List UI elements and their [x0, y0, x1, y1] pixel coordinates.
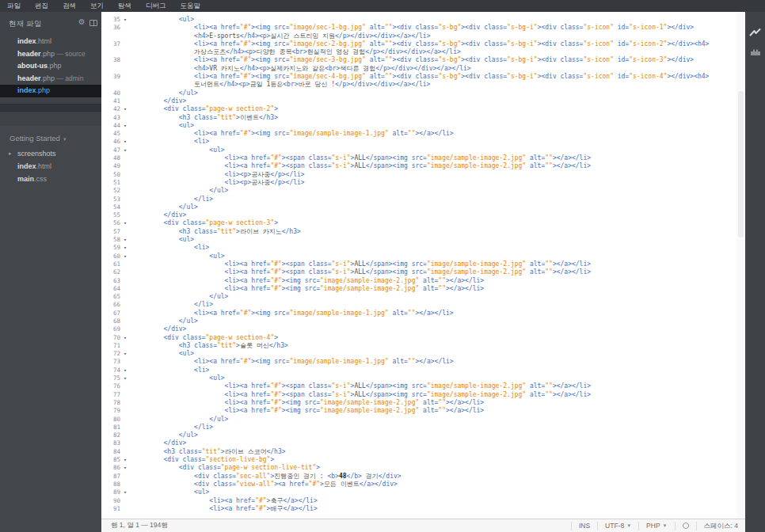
- fold-arrow-icon[interactable]: ▾: [120, 456, 133, 464]
- fold-arrow-icon[interactable]: ▾: [120, 464, 133, 472]
- code-line[interactable]: 63 <li><a href="#"><img src="image/sampl…: [101, 277, 736, 285]
- code-line[interactable]: 79 <li><a href="#"><img src="image/sampl…: [101, 407, 736, 415]
- project-header[interactable]: Getting Started▾: [0, 126, 101, 147]
- code-line[interactable]: 72▾ <ul>: [101, 350, 736, 358]
- code-line[interactable]: 36 <li><a href="#"><img src="image/sec-1…: [101, 24, 736, 32]
- code-line[interactable]: 56▾ <div class="page-w section-3">: [101, 219, 736, 227]
- code-line[interactable]: 89▾ <ul>: [101, 488, 736, 496]
- code-line[interactable]: 44▾ <ul>: [101, 122, 736, 130]
- code-line[interactable]: 토너먼트</h4><p>금일 1등은<br>바로 당신 !</p></div><…: [101, 81, 736, 89]
- fold-arrow-icon[interactable]: ▾: [120, 138, 133, 146]
- scrollbar-thumb[interactable]: [738, 91, 744, 238]
- fold-arrow-icon[interactable]: ▾: [120, 236, 133, 244]
- split-view-icon[interactable]: [89, 20, 97, 26]
- vertical-scrollbar[interactable]: [736, 12, 745, 519]
- code-line[interactable]: 69 </div>: [101, 325, 736, 333]
- code-line[interactable]: 71 <h3 class="tit">슬롯 머신</h3>: [101, 342, 736, 350]
- code-line[interactable]: 58▾ <ul>: [101, 236, 736, 244]
- code-line[interactable]: 46▾ <li>: [101, 138, 736, 146]
- code-line[interactable]: 가상스포츠</h4><p>다양한 종목<br>현실적인 영상 경험</p></d…: [101, 48, 736, 56]
- working-file[interactable]: header.php — source: [0, 48, 101, 61]
- code-editor[interactable]: 35▾ <ul>36 <li><a href="#"><img src="ima…: [101, 12, 736, 519]
- code-line[interactable]: 80 </ul>: [101, 416, 736, 424]
- menu-item[interactable]: 파일: [0, 0, 28, 12]
- code-line[interactable]: 62 <li><a href="#"><span class="s-i">ALL…: [101, 268, 736, 276]
- code-line[interactable]: 87 <div class="sec-all">진행중인 경기 : <b>48<…: [101, 473, 736, 481]
- code-line[interactable]: 55 </div>: [101, 211, 736, 219]
- code-line[interactable]: 65 </ul>: [101, 293, 736, 301]
- tree-file[interactable]: index.html: [0, 160, 101, 173]
- fold-arrow-icon[interactable]: ▾: [120, 122, 133, 130]
- code-line[interactable]: 78 <li><a href="#"><img src="image/sampl…: [101, 399, 736, 407]
- code-line[interactable]: 51 <li><p>공사중</p></li>: [101, 179, 736, 187]
- code-line[interactable]: 70▾ <div class="page-w section-4">: [101, 334, 736, 342]
- code-line[interactable]: 61 <li><a href="#"><span class="s-i">ALL…: [101, 260, 736, 268]
- fold-arrow-icon[interactable]: ▾: [120, 367, 133, 374]
- menu-item[interactable]: 검색: [55, 0, 83, 12]
- indent-setting[interactable]: 스페이스: 4: [696, 522, 745, 530]
- code-line[interactable]: 39 <li><a href="#"><img src="image/sec-4…: [101, 73, 736, 81]
- code-line[interactable]: 86▾ <div class="page-w section-live-tit"…: [101, 464, 736, 472]
- code-line[interactable]: 43 <h3 class="tit">이벤트</h3>: [101, 114, 736, 122]
- code-line[interactable]: 48 <li><a href="#"><span class="s-i">ALL…: [101, 154, 736, 162]
- language-select[interactable]: PHP▼: [638, 522, 674, 530]
- code-line[interactable]: 74▾ <li>: [101, 367, 736, 374]
- fold-arrow-icon[interactable]: ▾: [120, 219, 133, 227]
- code-line[interactable]: 83 </div>: [101, 439, 736, 447]
- code-line[interactable]: 38 <li><a href="#"><img src="image/sec-3…: [101, 56, 736, 64]
- menu-item[interactable]: 편집: [28, 0, 55, 12]
- code-line[interactable]: 37 <li><a href="#"><img src="image/sec-2…: [101, 40, 736, 48]
- working-file[interactable]: index.html: [0, 36, 101, 48]
- code-line[interactable]: 73 <li><a href="#"><img src="image/sampl…: [101, 358, 736, 366]
- extension-manager-brick-icon[interactable]: [745, 42, 765, 61]
- menu-item[interactable]: 탐색: [111, 0, 139, 12]
- code-line[interactable]: 90 <li><a href="#">축구</a></li>: [101, 497, 736, 505]
- fold-arrow-icon[interactable]: ▾: [120, 334, 133, 342]
- code-line[interactable]: 59▾ <li>: [101, 244, 736, 252]
- code-line[interactable]: <h4>VR 카지노</h4><p>실제카지노와 같은<br>색다른 경험</p…: [101, 65, 736, 73]
- code-line[interactable]: 82 </ul>: [101, 431, 736, 439]
- fold-arrow-icon[interactable]: ▾: [120, 374, 133, 382]
- menu-item[interactable]: 디버그: [139, 0, 173, 12]
- fold-arrow-icon[interactable]: ▾: [120, 105, 133, 113]
- menu-item[interactable]: 보기: [83, 0, 111, 12]
- code-line[interactable]: 40 </ul>: [101, 89, 736, 97]
- code-line[interactable]: 35▾ <ul>: [101, 16, 736, 24]
- code-line[interactable]: 68 </ul>: [101, 317, 736, 325]
- fold-arrow-icon[interactable]: ▾: [120, 16, 133, 24]
- code-line[interactable]: 84 <h3 class="tit">라이브 스코어</h3>: [101, 448, 736, 456]
- working-file[interactable]: header.php — admin: [0, 73, 101, 86]
- code-line[interactable]: 54 </ul>: [101, 203, 736, 211]
- code-line[interactable]: <h4>E-sports</h4><p>실시간 스트리밍 지원</p></div…: [101, 32, 736, 40]
- code-line[interactable]: 81 </li>: [101, 424, 736, 431]
- code-line[interactable]: 67 <li><a href="#"><img src="image/sampl…: [101, 310, 736, 317]
- code-line[interactable]: 57 <h3 class="tit">라이브 카지노</h3>: [101, 228, 736, 236]
- fold-arrow-icon[interactable]: ▾: [120, 488, 133, 496]
- insert-mode-indicator[interactable]: INS: [571, 522, 597, 530]
- code-line[interactable]: 91 <li><a href="#">배구</a></li>: [101, 505, 736, 513]
- code-line[interactable]: 66 </li>: [101, 301, 736, 309]
- code-line[interactable]: 64 <li><a href="#"><img src="image/sampl…: [101, 285, 736, 293]
- gear-icon[interactable]: ⚙: [78, 18, 86, 26]
- code-line[interactable]: 77 <li><a href="#"><span class="s-i">ALL…: [101, 391, 736, 399]
- fold-arrow-icon[interactable]: ▾: [120, 244, 133, 252]
- menu-item[interactable]: 도움말: [173, 0, 208, 12]
- fold-arrow-icon[interactable]: ▾: [120, 350, 133, 358]
- fold-arrow-icon[interactable]: ▾: [120, 253, 133, 260]
- code-line[interactable]: 52 </ul>: [101, 187, 736, 195]
- code-line[interactable]: 88 <div class="view-all"><a href="#">모든 …: [101, 481, 736, 488]
- code-line[interactable]: 60▾ <ul>: [101, 253, 736, 260]
- tree-folder[interactable]: ▸screenshots: [0, 147, 101, 160]
- working-file-active[interactable]: index.php: [0, 85, 101, 97]
- chevron-right-icon[interactable]: ▸: [9, 147, 12, 160]
- fold-arrow-icon[interactable]: ▾: [120, 146, 133, 154]
- live-preview-lightning-icon[interactable]: [745, 23, 765, 42]
- code-line[interactable]: 85▾ <div class="section-live-bg">: [101, 456, 736, 464]
- encoding-select[interactable]: UTF-8▼: [597, 522, 638, 530]
- problems-indicator[interactable]: [675, 522, 696, 530]
- tree-file[interactable]: main.css: [0, 173, 101, 185]
- code-line[interactable]: 53 </li>: [101, 196, 736, 203]
- code-line[interactable]: 41 </div>: [101, 97, 736, 105]
- code-line[interactable]: 50 <li><p>공사중</p></li>: [101, 171, 736, 179]
- code-line[interactable]: 47▾ <ul>: [101, 146, 736, 154]
